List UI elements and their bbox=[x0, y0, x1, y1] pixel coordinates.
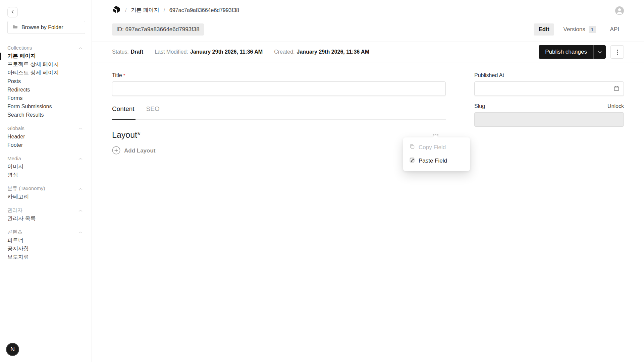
nav-group-label: 관리자 bbox=[7, 207, 22, 214]
sidebar-item-artist-detail-pages[interactable]: 아티스트 상세 페이지 bbox=[7, 69, 85, 77]
tab-content[interactable]: Content bbox=[112, 105, 135, 119]
nav-group-taxonomy: 분류 (Taxonomy) 카테고리 bbox=[7, 184, 85, 201]
paste-field-menu-item[interactable]: Paste Field bbox=[403, 154, 470, 168]
document-tabs: Edit Versions 1 API bbox=[534, 23, 624, 36]
chevron-left-icon bbox=[10, 9, 15, 15]
breadcrumb-collection-link[interactable]: 기본 페이지 bbox=[131, 7, 159, 14]
sidebar-item-notices[interactable]: 공지사항 bbox=[7, 245, 85, 253]
sidebar-item-partners[interactable]: 파트너 bbox=[7, 236, 85, 245]
document-header: / 기본 페이지 / 697ac7a9a83664e6d7993f38 ID: … bbox=[92, 0, 644, 42]
layout-field-section: Layout* Add Layout bbox=[112, 130, 446, 156]
required-marker: * bbox=[123, 72, 125, 78]
document-content: Title * Content SEO Layout* bbox=[92, 62, 644, 362]
sidebar-item-project-detail-pages[interactable]: 프로젝트 상세 페이지 bbox=[7, 60, 85, 69]
breadcrumb: / 기본 페이지 / 697ac7a9a83664e6d7993f38 bbox=[112, 6, 624, 15]
field-context-menu: Copy Field Paste Field bbox=[403, 137, 470, 171]
sidebar-item-images[interactable]: 이미지 bbox=[7, 163, 85, 171]
add-layout-label: Add Layout bbox=[124, 147, 156, 154]
slug-field: Slug Unlock bbox=[474, 103, 624, 127]
browse-by-folder-label: Browse by Folder bbox=[21, 24, 63, 31]
paste-icon bbox=[409, 157, 415, 165]
sidebar-item-categories[interactable]: 카테고리 bbox=[7, 193, 85, 201]
doc-id-pill: ID: 697ac7a9a83664e6d7993f38 bbox=[112, 23, 204, 36]
sidebar-item-default-pages[interactable]: 기본 페이지 bbox=[7, 52, 85, 60]
slug-unlock-button[interactable]: Unlock bbox=[607, 103, 624, 109]
publish-changes-button[interactable]: Publish changes bbox=[539, 45, 593, 59]
published-at-label: Published At bbox=[474, 72, 504, 78]
nav-group-toggle-globals[interactable]: Globals bbox=[7, 124, 85, 132]
sidebar-item-header[interactable]: Header bbox=[7, 132, 85, 141]
publish-split-button: Publish changes bbox=[539, 45, 606, 59]
title-input[interactable] bbox=[112, 81, 446, 96]
chevron-up-icon bbox=[78, 125, 83, 131]
created-value: January 29th 2026, 11:36 AM bbox=[297, 49, 369, 55]
nav-group-collections: Collections 기본 페이지 프로젝트 상세 페이지 아티스트 상세 페… bbox=[7, 44, 85, 119]
paste-field-label: Paste Field bbox=[419, 158, 447, 164]
nav-group-toggle-collections[interactable]: Collections bbox=[7, 44, 85, 52]
sidebar-item-videos[interactable]: 영상 bbox=[7, 171, 85, 179]
edit-form-column: Title * Content SEO Layout* bbox=[92, 62, 460, 362]
created-label: Created: bbox=[274, 49, 294, 55]
title-field-label: Title bbox=[112, 72, 122, 78]
status-value: Draft bbox=[131, 49, 143, 55]
account-avatar[interactable] bbox=[615, 6, 624, 15]
plus-circle-icon bbox=[112, 146, 120, 156]
copy-field-menu-item[interactable]: Copy Field bbox=[403, 141, 470, 154]
status-label: Status: bbox=[112, 49, 129, 55]
nav-group-label: 분류 (Taxonomy) bbox=[7, 185, 45, 192]
calendar-icon[interactable] bbox=[613, 85, 620, 93]
sidebar-item-posts[interactable]: Posts bbox=[7, 77, 85, 85]
folder-icon bbox=[12, 24, 18, 31]
nav-group-toggle-content[interactable]: 콘텐츠 bbox=[7, 228, 85, 236]
layout-field-heading: Layout* bbox=[112, 130, 141, 140]
publish-actions: Publish changes bbox=[539, 45, 624, 59]
chevron-up-icon bbox=[78, 229, 83, 235]
id-row: ID: 697ac7a9a83664e6d7993f38 Edit Versio… bbox=[112, 23, 624, 36]
nav-group-label: Media bbox=[7, 156, 21, 161]
sidebar-nav: Collections 기본 페이지 프로젝트 상세 페이지 아티스트 상세 페… bbox=[7, 44, 85, 261]
chevron-up-icon bbox=[78, 207, 83, 214]
collapse-sidebar-button[interactable] bbox=[7, 7, 18, 17]
tab-seo[interactable]: SEO bbox=[146, 105, 160, 119]
chevron-down-icon bbox=[598, 50, 602, 55]
ellipsis-icon bbox=[433, 134, 434, 135]
sidebar-item-search-results[interactable]: Search Results bbox=[7, 111, 85, 119]
nav-group-toggle-media[interactable]: Media bbox=[7, 154, 85, 163]
copy-field-label: Copy Field bbox=[419, 144, 446, 151]
sidebar-item-forms[interactable]: Forms bbox=[7, 94, 85, 102]
dev-tools-badge[interactable]: N bbox=[6, 343, 19, 356]
document-sidebar-panel: Published At Slug Unlock bbox=[460, 62, 644, 362]
publish-dropdown-button[interactable] bbox=[593, 45, 606, 59]
nav-group-toggle-admin[interactable]: 관리자 bbox=[7, 206, 85, 215]
sidebar-item-footer[interactable]: Footer bbox=[7, 141, 85, 149]
kebab-icon bbox=[617, 50, 618, 51]
add-layout-button[interactable]: Add Layout bbox=[112, 146, 156, 156]
tab-versions[interactable]: Versions 1 bbox=[559, 23, 601, 36]
sidebar-item-redirects[interactable]: Redirects bbox=[7, 85, 85, 94]
nav-group-label: 콘텐츠 bbox=[7, 229, 22, 235]
published-at-input[interactable] bbox=[474, 81, 624, 96]
app-root: Browse by Folder Collections 기본 페이지 프로젝트… bbox=[0, 0, 644, 362]
nav-group-label: Globals bbox=[7, 125, 24, 131]
sidebar-item-form-submissions[interactable]: Form Submissions bbox=[7, 102, 85, 111]
versions-count-badge: 1 bbox=[589, 26, 596, 33]
sidebar-item-press-releases[interactable]: 보도자료 bbox=[7, 253, 85, 261]
chevron-up-icon bbox=[78, 156, 83, 162]
nav-group-toggle-taxonomy[interactable]: 분류 (Taxonomy) bbox=[7, 184, 85, 193]
tab-edit[interactable]: Edit bbox=[534, 23, 554, 36]
nav-group-admin: 관리자 관리자 목록 bbox=[7, 206, 85, 223]
chevron-up-icon bbox=[78, 186, 83, 192]
slug-input bbox=[474, 112, 624, 127]
breadcrumb-separator: / bbox=[164, 7, 165, 13]
browse-by-folder-button[interactable]: Browse by Folder bbox=[7, 21, 85, 34]
slug-label: Slug bbox=[474, 103, 485, 109]
nav-group-content: 콘텐츠 파트너 공지사항 보도자료 bbox=[7, 228, 85, 261]
sidebar-item-admin-list[interactable]: 관리자 목록 bbox=[7, 215, 85, 223]
status-bar: Status: Draft Last Modified: January 29t… bbox=[92, 42, 644, 62]
status-meta: Status: Draft Last Modified: January 29t… bbox=[112, 49, 539, 55]
breadcrumb-separator: / bbox=[125, 7, 126, 13]
tab-api[interactable]: API bbox=[605, 23, 624, 36]
last-modified-value: January 29th 2026, 11:36 AM bbox=[190, 49, 263, 55]
nav-group-label: Collections bbox=[7, 45, 32, 51]
doc-more-options-button[interactable] bbox=[610, 45, 624, 59]
